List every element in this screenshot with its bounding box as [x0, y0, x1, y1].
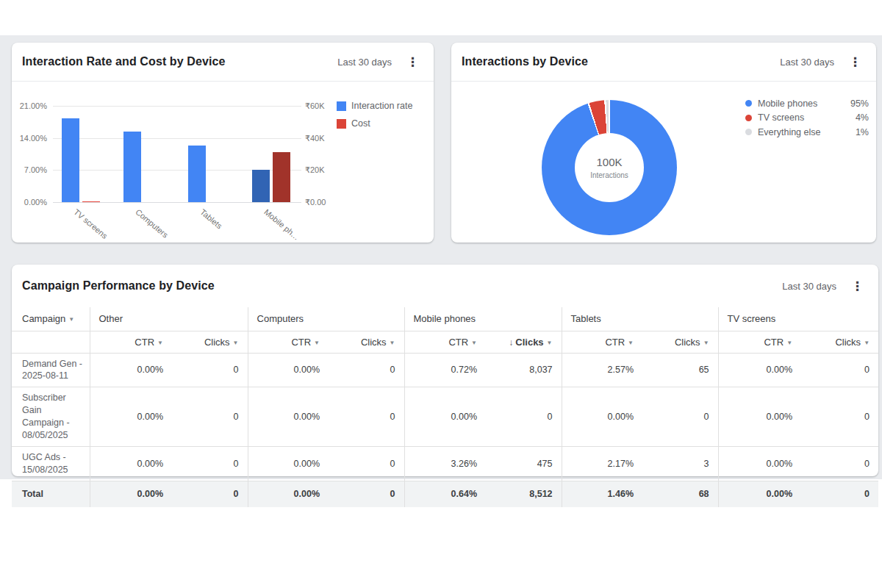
card-header: Interactions by Device Last 30 days ⋮: [451, 43, 876, 82]
cell-mobile-phones-ctr: 0.72%: [404, 353, 483, 387]
bar-interaction-rate-mobile-phones[interactable]: [252, 170, 270, 202]
card-title: Interaction Rate and Cost by Device: [22, 55, 225, 68]
date-range-label: Last 30 days: [337, 57, 392, 68]
dropdown-arrow-icon: ▼: [314, 340, 320, 346]
cell-other-ctr: 0.00%: [90, 353, 169, 387]
group-header-tv-screens: TV screens: [718, 307, 878, 331]
cell-computers-ctr: 0.00%: [248, 446, 326, 481]
cell-tablets-ctr: 2.57%: [562, 353, 639, 387]
bar-cost-tv-screens[interactable]: [82, 201, 100, 203]
cell-mobile-phones-ctr: 0.00%: [404, 387, 483, 447]
cell-tv-screens-ctr: 0.00%: [718, 353, 798, 387]
kebab-menu-icon[interactable]: ⋮: [848, 279, 867, 294]
bar-interaction-rate-tablets[interactable]: [188, 146, 206, 202]
legend-item-tv-screens: TV screens 4%: [745, 111, 869, 126]
y-axis-left-tick: 21.00%: [15, 101, 47, 110]
tv-screens-dot-icon: [745, 115, 752, 121]
legend-label: Everything else: [758, 127, 856, 137]
total-computers-clicks: 0: [326, 481, 404, 507]
cell-tablets-ctr: 0.00%: [562, 387, 639, 447]
dropdown-arrow-icon: ▼: [547, 340, 553, 346]
cell-computers-ctr: 0.00%: [248, 387, 326, 447]
table-row: Subscriber Gain Campaign - 08/05/2025 0.…: [12, 387, 878, 447]
total-computers-ctr: 0.00%: [248, 481, 326, 507]
sort-header-mobile-phones-ctr[interactable]: CTR▼: [404, 331, 483, 353]
kebab-menu-icon[interactable]: ⋮: [404, 54, 422, 70]
legend-value: 1%: [856, 127, 869, 137]
dropdown-arrow-icon: ▼: [471, 340, 477, 346]
cell-tablets-clicks: 0: [639, 387, 718, 447]
legend-item-mobile-phones: Mobile phones 95%: [745, 96, 869, 111]
donut-legend: Mobile phones 95% TV screens 4% Everythi…: [745, 96, 869, 140]
gridline: [53, 106, 301, 107]
campaign-performance-card: Campaign Performance by Device Last 30 d…: [12, 265, 878, 476]
bar-chart-legend: Interaction rate Cost: [337, 101, 412, 136]
group-header-other: Other: [90, 307, 248, 331]
dropdown-arrow-icon: ▼: [864, 340, 870, 346]
dropdown-arrow-icon: ▼: [786, 340, 792, 346]
dropdown-arrow-icon: ▼: [390, 340, 395, 346]
sort-header-tv-screens-clicks[interactable]: Clicks▼: [798, 331, 878, 353]
bar-interaction-rate-computers[interactable]: [123, 132, 141, 202]
cell-tv-screens-clicks: 0: [798, 387, 878, 447]
dropdown-arrow-icon: ▼: [157, 340, 163, 346]
sort-header-computers-clicks[interactable]: Clicks▼: [326, 331, 404, 353]
card-title: Campaign Performance by Device: [22, 279, 215, 293]
cell-other-clicks: 0: [169, 446, 248, 481]
legend-label: Interaction rate: [351, 101, 412, 111]
cell-tv-screens-ctr: 0.00%: [718, 446, 798, 481]
cell-computers-clicks: 0: [326, 446, 404, 481]
sort-header-tablets-clicks[interactable]: Clicks▼: [639, 331, 718, 353]
cell-computers-clicks: 0: [326, 387, 404, 447]
dropdown-arrow-icon: ▼: [68, 316, 74, 323]
campaign-subheader-empty: [12, 331, 90, 353]
card-title: Interactions by Device: [462, 55, 588, 68]
y-axis-left-tick: 7.00%: [15, 165, 47, 174]
donut-center-value: 100K: [596, 156, 622, 168]
dropdown-arrow-icon: ▼: [703, 340, 709, 346]
sort-header-tv-screens-ctr[interactable]: CTR▼: [718, 331, 798, 353]
legend-value: 95%: [850, 98, 869, 109]
mobile-phones-dot-icon: [745, 100, 752, 107]
campaign-name: Demand Gen - 2025-08-11: [12, 353, 90, 387]
sort-header-mobile-phones-clicks-sorted[interactable]: ↓Clicks▼: [483, 331, 562, 353]
legend-item-interaction-rate: Interaction rate: [337, 101, 412, 111]
total-tablets-ctr: 1.46%: [562, 481, 639, 507]
legend-label: TV screens: [758, 112, 856, 123]
table-row: UGC Ads - 15/08/2025 0.00% 0 0.00% 0 3.2…: [12, 446, 878, 481]
total-label: Total: [12, 481, 90, 507]
cell-mobile-phones-clicks: 0: [483, 387, 562, 447]
cell-other-ctr: 0.00%: [90, 446, 169, 481]
group-header-computers: Computers: [248, 307, 404, 331]
column-header-campaign[interactable]: Campaign▼: [12, 307, 90, 331]
sort-header-computers-ctr[interactable]: CTR▼: [248, 331, 326, 353]
group-header-tablets: Tablets: [562, 307, 718, 331]
dropdown-arrow-icon: ▼: [628, 340, 634, 346]
campaign-name: Subscriber Gain Campaign - 08/05/2025: [12, 387, 90, 447]
dropdown-arrow-icon: ▼: [233, 340, 239, 346]
kebab-menu-icon[interactable]: ⋮: [846, 54, 864, 70]
total-other-ctr: 0.00%: [90, 481, 169, 507]
bar-cost-mobile-phones[interactable]: [273, 152, 290, 202]
cell-tv-screens-clicks: 0: [798, 446, 878, 481]
sort-header-tablets-ctr[interactable]: CTR▼: [562, 331, 639, 353]
cell-computers-clicks: 0: [326, 353, 404, 387]
table-row: Demand Gen - 2025-08-11 0.00% 0 0.00% 0 …: [12, 353, 878, 387]
sort-header-other-clicks[interactable]: Clicks▼: [169, 331, 248, 353]
cell-tablets-clicks: 65: [639, 353, 718, 387]
cell-other-clicks: 0: [169, 353, 248, 387]
x-axis-label-tablets: Tablets: [198, 207, 223, 231]
interaction-rate-swatch-icon: [337, 101, 346, 111]
y-axis-right-tick: ₹0.00: [305, 198, 342, 207]
bar-interaction-rate-tv-screens[interactable]: [62, 118, 79, 202]
everything-else-dot-icon: [745, 129, 752, 135]
total-tv-screens-clicks: 0: [798, 481, 878, 507]
cell-tablets-clicks: 3: [639, 446, 718, 481]
x-axis-label-computers: Computers: [134, 207, 170, 240]
total-mobile-phones-clicks: 8,512: [483, 481, 562, 507]
cell-tv-screens-ctr: 0.00%: [718, 387, 798, 447]
sort-header-other-ctr[interactable]: CTR▼: [90, 331, 169, 353]
card-header: Campaign Performance by Device Last 30 d…: [12, 265, 878, 307]
total-tablets-clicks: 68: [639, 481, 718, 507]
total-tv-screens-ctr: 0.00%: [718, 481, 798, 507]
